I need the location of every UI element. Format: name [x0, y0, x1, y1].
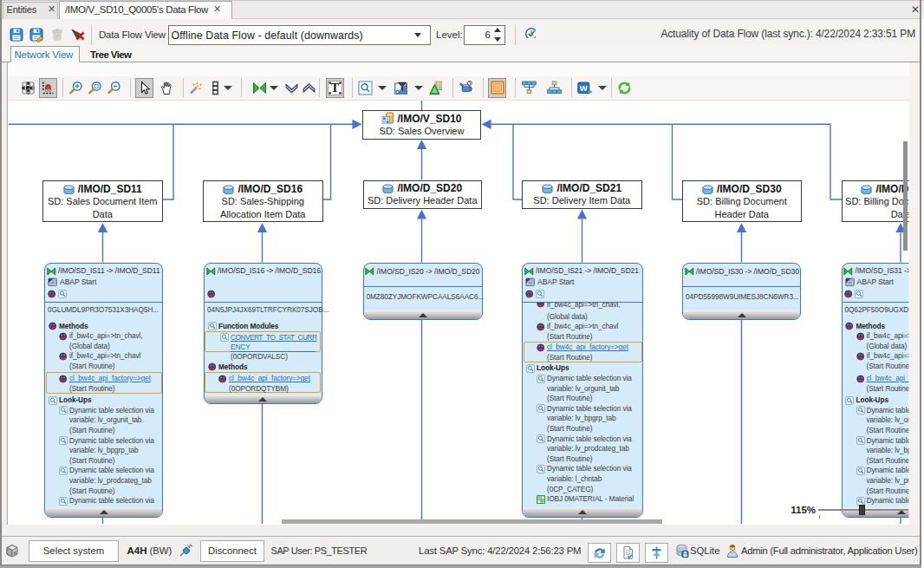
svg-text:T: T [331, 82, 340, 95]
